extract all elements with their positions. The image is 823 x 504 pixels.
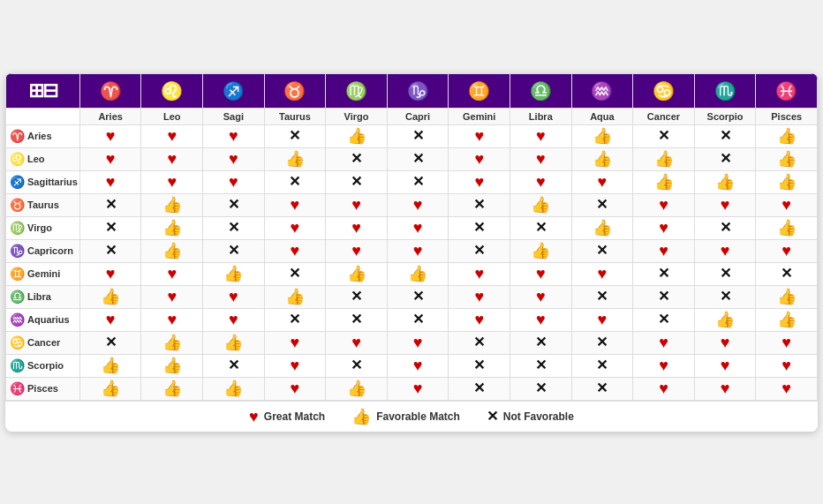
- heart-icon: ♥: [659, 242, 668, 260]
- main-container: ⊞⊟ ♈♌♐♉♍♑♊♎♒♋♏♓ AriesLeoSagiTaurusVirgoC…: [5, 73, 818, 432]
- cross-icon: ✕: [351, 174, 362, 189]
- heart-icon: ♥: [413, 196, 423, 214]
- cell-taurus-cancer: ♥: [633, 193, 695, 216]
- thumb-icon: 👍: [593, 127, 612, 145]
- cell-gemini-cancer: ✕: [633, 262, 695, 285]
- cell-gemini-aqua: ♥: [571, 262, 633, 285]
- cross-icon: ✕: [658, 289, 669, 304]
- cross-icon: ✕: [228, 243, 239, 258]
- heart-icon: ♥: [167, 288, 177, 305]
- col-icon-aqua: ♒: [571, 73, 633, 108]
- heart-icon: ♥: [413, 219, 423, 237]
- table-row: ♊Gemini♥♥👍✕👍👍♥♥♥✕✕✕: [6, 262, 818, 285]
- cell-pisces-gemini: ✕: [449, 377, 510, 400]
- thumb-icon: 👍: [654, 173, 674, 191]
- logo-cell: ⊞⊟: [6, 73, 80, 108]
- thumb-icon: 👍: [777, 311, 797, 328]
- table-row: ♍Virgo✕👍✕♥♥♥✕✕👍♥✕👍: [6, 216, 818, 239]
- table-row: ♏Scorpio👍👍✕♥✕♥✕✕✕♥♥♥: [6, 354, 818, 377]
- cell-gemini-sagi: 👍: [203, 262, 265, 285]
- row-header-gemini: ♊Gemini: [6, 262, 80, 285]
- thumb-icon: 👍: [347, 127, 366, 145]
- heart-icon: ♥: [167, 150, 177, 168]
- thumb-icon: 👍: [777, 173, 797, 191]
- heart-icon: ♥: [229, 311, 238, 328]
- cell-capricorn-capri: ♥: [387, 239, 449, 262]
- thumb-icon: 👍: [223, 380, 243, 397]
- cross-icon: ✕: [720, 151, 731, 166]
- heart-icon: ♥: [413, 242, 423, 260]
- heart-icon: ♥: [536, 288, 546, 305]
- row-icon: ♌: [10, 152, 25, 166]
- cell-taurus-leo: 👍: [141, 193, 203, 216]
- heart-icon: ♥: [351, 196, 361, 214]
- col-label-virgo: Virgo: [326, 108, 388, 124]
- cell-aries-sagi: ♥: [203, 124, 265, 147]
- col-icon-cancer: ♋: [633, 73, 695, 108]
- col-label-capri: Capri: [387, 108, 449, 124]
- cell-pisces-pisces: ♥: [756, 377, 818, 400]
- cell-aries-libra: ♥: [510, 124, 572, 147]
- heart-icon: ♥: [536, 150, 546, 168]
- cell-scorpio-pisces: ♥: [756, 354, 818, 377]
- cross-icon: ✕: [535, 380, 547, 395]
- row-icon: ♍: [10, 221, 25, 235]
- cell-cancer-sagi: 👍: [203, 331, 265, 354]
- cross-icon: ✕: [720, 128, 731, 143]
- cell-virgo-pisces: 👍: [756, 216, 818, 239]
- heart-icon: ♥: [106, 173, 116, 191]
- col-icon-virgo: ♍: [326, 73, 388, 108]
- cross-icon: ✕: [720, 289, 731, 304]
- cell-sagittarius-virgo: ✕: [326, 170, 388, 193]
- thumb-icon: 👍: [162, 219, 182, 237]
- col-icon-leo: ♌: [141, 73, 203, 108]
- thumb-icon: 👍: [162, 357, 182, 374]
- cell-capricorn-scorpio: ♥: [694, 239, 756, 262]
- thumb-icon: 👍: [285, 150, 305, 168]
- cell-pisces-capri: ♥: [387, 377, 449, 400]
- cell-leo-virgo: ✕: [326, 147, 388, 170]
- cell-pisces-sagi: 👍: [203, 377, 265, 400]
- cell-cancer-libra: ✕: [510, 331, 572, 354]
- row-label: Leo: [27, 154, 45, 164]
- cell-pisces-aqua: ✕: [571, 377, 633, 400]
- zodiac-icon: ♓: [758, 80, 815, 102]
- cross-icon: ✕: [351, 289, 362, 304]
- cell-pisces-scorpio: ♥: [694, 377, 756, 400]
- cell-libra-sagi: ♥: [203, 285, 265, 308]
- cell-leo-sagi: ♥: [203, 147, 265, 170]
- table-row: ♌Leo♥♥♥👍✕✕♥♥👍👍✕👍: [6, 147, 818, 170]
- cell-gemini-leo: ♥: [141, 262, 203, 285]
- cell-scorpio-libra: ✕: [510, 354, 572, 377]
- cell-libra-scorpio: ✕: [694, 285, 756, 308]
- thumb-icon: 👍: [715, 311, 735, 328]
- cell-aquarius-sagi: ♥: [203, 308, 265, 331]
- table-body: ♈Aries♥♥♥✕👍✕♥♥👍✕✕👍♌Leo♥♥♥👍✕✕♥♥👍👍✕👍♐Sagit…: [6, 124, 818, 400]
- cell-capricorn-taurus: ♥: [264, 239, 326, 262]
- thumb-icon: 👍: [531, 196, 550, 214]
- cell-taurus-libra: 👍: [510, 193, 572, 216]
- heart-icon: ♥: [536, 173, 546, 191]
- row-icon: ♎: [10, 290, 25, 304]
- cell-virgo-gemini: ✕: [449, 216, 510, 239]
- cell-libra-aqua: ✕: [571, 285, 633, 308]
- col-icon-scorpio: ♏: [694, 73, 756, 108]
- cell-libra-capri: ✕: [387, 285, 449, 308]
- heart-icon: ♥: [536, 127, 546, 145]
- heart-icon: ♥: [536, 311, 546, 328]
- heart-icon: ♥: [167, 311, 177, 328]
- cell-leo-cancer: 👍: [633, 147, 695, 170]
- row-icon: ♈: [10, 129, 25, 143]
- heart-icon: ♥: [474, 150, 484, 168]
- cell-leo-aries: ♥: [79, 147, 141, 170]
- heart-icon: ♥: [781, 334, 791, 351]
- zodiac-icon: ♋: [635, 80, 692, 102]
- label-header-row: AriesLeoSagiTaurusVirgoCapriGeminiLibraA…: [6, 108, 818, 124]
- cross-icon: ✕: [412, 128, 424, 143]
- cell-capricorn-sagi: ✕: [203, 239, 265, 262]
- cell-cancer-capri: ♥: [387, 331, 449, 354]
- thumb-icon: 👍: [101, 288, 120, 305]
- cell-sagittarius-pisces: 👍: [756, 170, 818, 193]
- cross-icon: ✕: [596, 380, 608, 395]
- cell-aquarius-aries: ♥: [79, 308, 141, 331]
